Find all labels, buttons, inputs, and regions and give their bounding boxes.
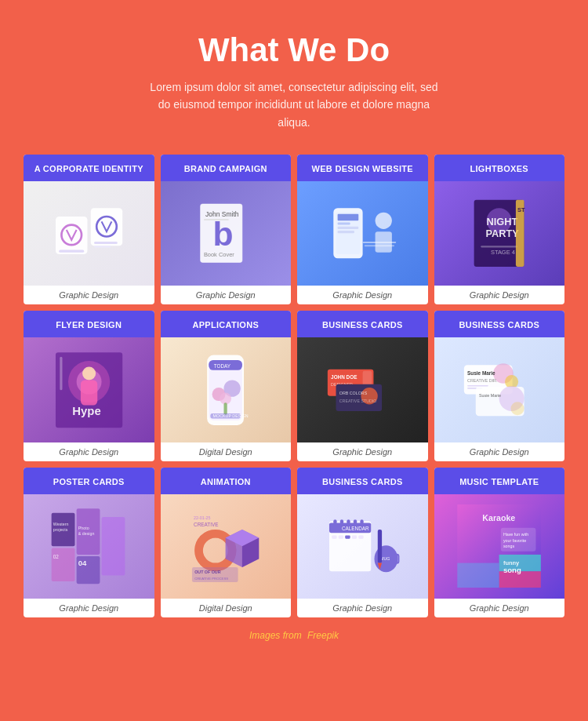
card-music-header: Music Template xyxy=(434,468,565,494)
card-animation-footer: Digital Design xyxy=(161,599,292,617)
svg-text:MOCKUP DESIGN: MOCKUP DESIGN xyxy=(213,413,249,418)
svg-rect-6 xyxy=(94,246,111,248)
card-bizcard1-image: JOHN DOE DESIGNER ORB COLORS CREATIVE ST… xyxy=(297,337,428,442)
svg-text:NIGHT: NIGHT xyxy=(487,216,518,228)
svg-text:CREATIVE: CREATIVE xyxy=(194,522,218,527)
page-header: What We Do Lorem ipsum dolor sit amet, c… xyxy=(24,31,564,131)
svg-text:JOHN DOE: JOHN DOE xyxy=(331,374,357,380)
card-web-title: Web Design Website xyxy=(312,164,413,173)
card-music[interactable]: Music Template xyxy=(434,468,565,617)
svg-rect-21 xyxy=(362,242,396,243)
svg-rect-99 xyxy=(351,535,356,538)
svg-text:ST: ST xyxy=(517,206,525,213)
svg-text:CREATIVE PROCESS: CREATIVE PROCESS xyxy=(194,577,228,581)
card-brand-image: b John Smith Book Cover xyxy=(161,181,292,286)
card-animation[interactable]: Animation OUT OF OUR CREA xyxy=(161,468,292,617)
card-brand-header: Brand Campaign xyxy=(161,155,292,181)
card-lightboxes-header: Lightboxes xyxy=(434,155,565,181)
svg-rect-4 xyxy=(59,250,84,253)
card-web-image xyxy=(297,181,428,286)
card-bizcard2-footer: Graphic Design xyxy=(434,442,565,461)
card-bizcard1-header: Business cards xyxy=(297,311,428,337)
card-applications-header: Applications xyxy=(161,311,292,337)
card-flyer[interactable]: Flyer design Hype xyxy=(24,311,154,461)
card-animation-image: OUT OF OUR CREATIVE PROCESS 22-01-25 CRE… xyxy=(161,494,292,599)
card-animation-title: Animation xyxy=(201,477,251,486)
card-bizcard1[interactable]: Business cards JOHN DOE DESIGNER ORB COL… xyxy=(297,311,428,461)
card-applications-title: Applications xyxy=(192,320,259,330)
svg-text:ORB COLORS: ORB COLORS xyxy=(339,390,367,395)
svg-text:CREATIVE STUDIO: CREATIVE STUDIO xyxy=(339,399,376,403)
card-applications[interactable]: Applications TODAY xyxy=(161,311,292,461)
svg-rect-98 xyxy=(345,535,350,538)
card-web-header: Web Design Website xyxy=(297,155,428,181)
svg-text:04: 04 xyxy=(78,559,86,567)
card-brand[interactable]: Brand Campaign b John Smith Book Cover xyxy=(161,155,292,304)
svg-rect-17 xyxy=(337,227,358,229)
card-poster-title: Poster cards xyxy=(53,477,125,486)
card-flyer-header: Flyer design xyxy=(24,311,154,337)
card-corporate[interactable]: A Corporate Identity xyxy=(24,155,154,304)
page-title: What We Do xyxy=(24,31,564,69)
svg-text:songs: songs xyxy=(503,544,515,548)
card-web[interactable]: Web Design Website xyxy=(297,155,428,304)
svg-text:Hype: Hype xyxy=(72,405,100,417)
svg-rect-16 xyxy=(337,223,350,225)
svg-rect-104 xyxy=(377,530,381,563)
card-bizcard1-footer: Graphic Design xyxy=(297,442,428,461)
card-music-title: Music Template xyxy=(459,477,539,486)
card-corporate-image xyxy=(24,181,154,286)
footer-source: Freepik xyxy=(307,630,339,641)
svg-rect-27 xyxy=(481,246,517,248)
card-poster-footer: Graphic Design xyxy=(24,599,154,617)
card-music-image: Karaoke Have fun with your favorite song… xyxy=(434,494,565,599)
card-lightboxes-footer: Graphic Design xyxy=(434,286,565,304)
card-corporate-footer: Graphic Design xyxy=(24,286,154,304)
card-brand-title: Brand Campaign xyxy=(184,164,267,173)
card-lightboxes[interactable]: Lightboxes NIGHT PARTY STAGE 4 xyxy=(434,155,565,304)
card-lightboxes-image: NIGHT PARTY STAGE 4 ST xyxy=(434,181,565,286)
svg-point-44 xyxy=(220,392,231,404)
card-flyer-image: Hype xyxy=(24,337,154,442)
svg-rect-1 xyxy=(90,209,122,246)
svg-text:22-01-25: 22-01-25 xyxy=(194,515,210,520)
svg-rect-15 xyxy=(337,214,358,221)
svg-rect-96 xyxy=(332,535,336,538)
svg-rect-5 xyxy=(94,242,118,244)
card-poster[interactable]: Poster cards Western projects 02 xyxy=(24,468,154,617)
svg-rect-0 xyxy=(56,217,87,254)
card-flyer-footer: Graphic Design xyxy=(24,442,154,461)
svg-rect-35 xyxy=(81,380,97,405)
svg-text:Photo: Photo xyxy=(78,526,89,530)
svg-text:John Smith: John Smith xyxy=(205,210,239,218)
svg-rect-37 xyxy=(60,356,62,390)
svg-rect-18 xyxy=(337,231,354,234)
card-bizcard3[interactable]: Business cards CALENDAR xyxy=(297,468,428,617)
card-music-footer: Graphic Design xyxy=(434,599,565,617)
card-grid: A Corporate Identity xyxy=(24,155,564,617)
svg-text:projects: projects xyxy=(53,527,67,532)
svg-rect-61 xyxy=(467,385,488,387)
card-bizcard3-header: Business cards xyxy=(297,468,428,494)
page-subtitle: Lorem ipsum dolor sit amet, consectetur … xyxy=(145,78,443,131)
svg-point-34 xyxy=(82,366,96,380)
card-animation-header: Animation xyxy=(161,468,292,494)
card-flyer-title: Flyer design xyxy=(56,320,122,330)
svg-rect-109 xyxy=(457,563,499,588)
card-bizcard3-title: Business cards xyxy=(322,477,403,486)
svg-text:funny: funny xyxy=(503,559,520,566)
svg-text:& design: & design xyxy=(78,531,94,536)
card-bizcard2-image: Susie Marie CREATIVE DIR. Susie Marie xyxy=(434,337,565,442)
card-bizcard2[interactable]: Business cards Susie Marie CREATIVE DIR. xyxy=(434,311,565,461)
page-wrapper: What We Do Lorem ipsum dolor sit amet, c… xyxy=(0,0,588,671)
card-bizcard2-header: Business cards xyxy=(434,311,565,337)
card-corporate-header: A Corporate Identity xyxy=(24,155,154,181)
footer-note: Images from Freepik xyxy=(24,617,564,647)
svg-text:Western: Western xyxy=(53,521,68,526)
svg-text:your favorite: your favorite xyxy=(503,538,526,543)
svg-text:Karaoke: Karaoke xyxy=(482,513,515,523)
svg-text:Book Cover: Book Cover xyxy=(204,252,234,259)
svg-text:CALENDAR: CALENDAR xyxy=(342,526,369,531)
card-applications-image: TODAY MOCKUP DESIGN xyxy=(161,337,292,442)
card-lightboxes-title: Lightboxes xyxy=(470,164,528,173)
